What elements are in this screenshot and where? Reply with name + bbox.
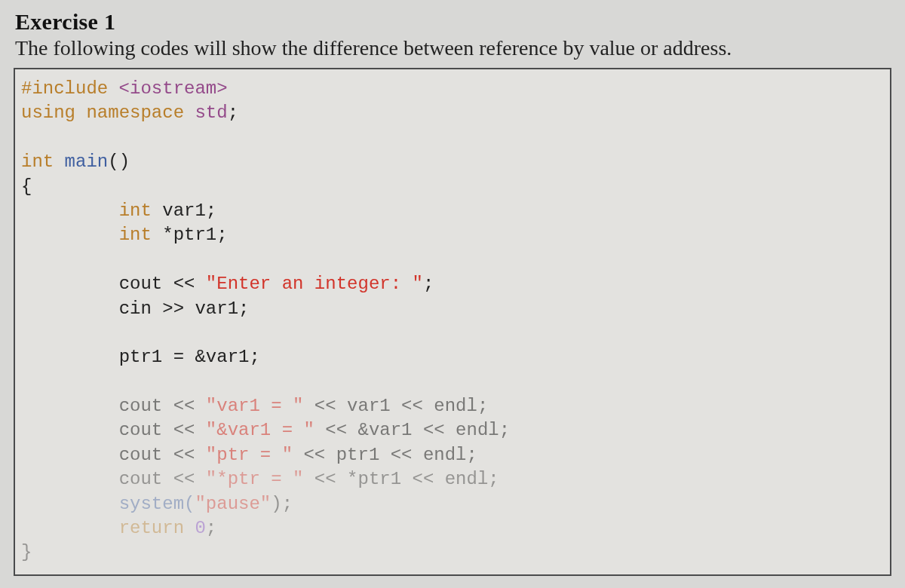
code-token: using [21, 103, 75, 123]
exercise-intro: The following codes will show the differ… [15, 36, 891, 60]
code-token: int [119, 201, 152, 221]
code-token: cout << [119, 445, 206, 465]
code-token: << var1 << endl; [303, 396, 488, 416]
code-token: return [119, 518, 184, 538]
exercise-heading: Exercise 1 [15, 9, 891, 35]
code-token: cout << [119, 420, 206, 440]
code-token: ; [423, 274, 434, 294]
code-block: #include <iostream> using namespace std;… [14, 68, 891, 576]
code-token: ptr1 = &var1; [119, 347, 260, 367]
code-token: } [21, 542, 32, 562]
code-token: "*ptr = " [206, 469, 304, 489]
code-token: "ptr = " [206, 445, 293, 465]
code-token: int [119, 225, 152, 245]
code-token: <iostream> [108, 78, 227, 99]
code-token: 0 [184, 518, 206, 538]
code-token: cout << [119, 469, 206, 489]
code-token: cin >> var1; [119, 299, 250, 319]
code-token: { [21, 176, 32, 197]
code-token: "&var1 = " [206, 420, 314, 440]
code-token: namespace [75, 103, 184, 123]
code-token: int [21, 152, 54, 172]
code-token: "var1 = " [206, 396, 304, 416]
code-token: "pause" [195, 494, 271, 514]
code-token: << *ptr1 << endl; [303, 469, 499, 489]
code-token: ; [206, 518, 216, 538]
code-token: ); [271, 494, 293, 514]
code-line: #include [21, 78, 108, 99]
code-token: << ptr1 << endl; [293, 445, 477, 465]
code-token: cout << [119, 274, 206, 294]
code-token: cout << [119, 396, 206, 416]
document-page: Exercise 1 The following codes will show… [0, 0, 905, 576]
code-token: var1; [152, 201, 216, 221]
code-token: *ptr1; [152, 225, 228, 245]
code-token: () [108, 152, 130, 172]
code-token: "Enter an integer: " [206, 274, 423, 294]
code-token: system( [119, 494, 195, 514]
code-token: main [54, 152, 108, 172]
code-token: std [184, 103, 228, 123]
code-token: ; [228, 103, 238, 123]
code-token: << &var1 << endl; [314, 420, 510, 440]
